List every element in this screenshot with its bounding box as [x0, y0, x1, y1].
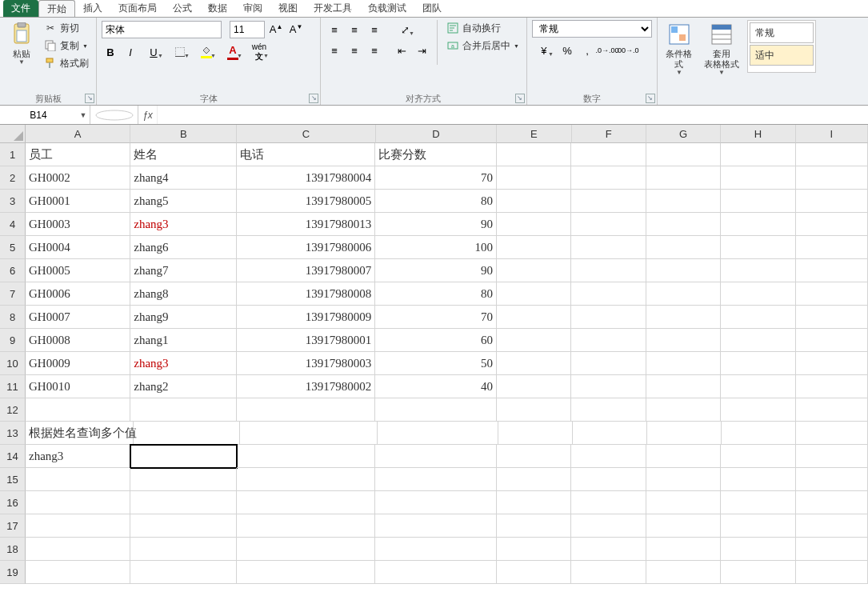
decrease-indent-button[interactable]: ⇤	[393, 42, 410, 59]
cell-H1[interactable]	[721, 143, 795, 166]
cell-D8[interactable]: 70	[375, 306, 497, 329]
italic-button[interactable]: I	[122, 43, 139, 61]
cell-B9[interactable]: zhang1	[130, 329, 237, 352]
cell-A7[interactable]: GH0006	[26, 282, 130, 306]
align-top-button[interactable]: ≡	[326, 21, 343, 38]
cell-D16[interactable]	[375, 491, 497, 514]
underline-button[interactable]: U▼	[142, 43, 166, 61]
tab-team[interactable]: 团队	[414, 0, 450, 17]
cell-D7[interactable]: 80	[375, 282, 497, 306]
cell-H16[interactable]	[721, 491, 795, 514]
align-center-button[interactable]: ≡	[346, 42, 363, 59]
cell-E16[interactable]	[497, 491, 571, 514]
cell-G11[interactable]	[646, 375, 721, 398]
cell-G6[interactable]	[646, 259, 721, 282]
cell-I9[interactable]	[796, 329, 868, 352]
cell-C17[interactable]	[237, 514, 375, 538]
cell-A19[interactable]	[26, 561, 130, 584]
cell-H19[interactable]	[721, 561, 795, 584]
dialog-launcher-clipboard[interactable]: ↘	[85, 94, 94, 103]
cell-D14[interactable]	[375, 445, 497, 468]
cell-D17[interactable]	[375, 514, 497, 538]
tab-view[interactable]: 视图	[270, 0, 306, 17]
cell-F3[interactable]	[571, 190, 646, 213]
cell-H10[interactable]	[721, 352, 795, 375]
cell-F8[interactable]	[571, 306, 646, 329]
cell-H17[interactable]	[721, 514, 795, 538]
cell-C14[interactable]	[237, 445, 375, 468]
cell-I6[interactable]	[796, 259, 868, 282]
cell-D15[interactable]	[375, 468, 497, 491]
row-header-12[interactable]: 12	[0, 398, 26, 422]
cell-C3[interactable]: 13917980005	[237, 190, 375, 213]
format-as-table-button[interactable]: 套用 表格格式 ▼	[699, 20, 744, 76]
cell-E14[interactable]	[497, 445, 571, 468]
cell-B16[interactable]	[130, 491, 237, 514]
cell-F2[interactable]	[571, 166, 646, 190]
cell-A5[interactable]: GH0004	[26, 236, 130, 259]
increase-decimal-button[interactable]: .0→.00	[598, 42, 616, 59]
cell-B17[interactable]	[130, 514, 237, 538]
cell-B5[interactable]: zhang6	[130, 236, 237, 259]
cell-I13[interactable]	[796, 422, 868, 445]
cell-G17[interactable]	[646, 514, 721, 538]
cell-E11[interactable]	[497, 375, 571, 398]
row-header-19[interactable]: 19	[0, 561, 26, 584]
cell-E10[interactable]	[497, 352, 571, 375]
cell-H18[interactable]	[721, 538, 795, 561]
cell-G18[interactable]	[646, 538, 721, 561]
cell-C8[interactable]: 13917980009	[237, 306, 375, 329]
bold-button[interactable]: B	[102, 43, 119, 61]
cell-F11[interactable]	[571, 375, 646, 398]
cell-G12[interactable]	[646, 398, 721, 422]
cell-H2[interactable]	[721, 166, 795, 190]
cell-F16[interactable]	[571, 491, 646, 514]
row-header-4[interactable]: 4	[0, 213, 26, 236]
cell-A10[interactable]: GH0009	[26, 352, 130, 375]
cell-G14[interactable]	[646, 445, 721, 468]
cell-I15[interactable]	[796, 468, 868, 491]
row-header-7[interactable]: 7	[0, 282, 26, 306]
cell-B6[interactable]: zhang7	[130, 259, 237, 282]
col-header-C[interactable]: C	[237, 125, 375, 143]
cell-C19[interactable]	[237, 561, 375, 584]
cell-I14[interactable]	[796, 445, 868, 468]
cell-G1[interactable]	[646, 143, 721, 166]
cell-A15[interactable]	[26, 468, 130, 491]
cell-B3[interactable]: zhang5	[130, 190, 237, 213]
comma-button[interactable]: ,	[578, 42, 596, 59]
cell-I10[interactable]	[796, 352, 868, 375]
cell-F13[interactable]	[573, 422, 647, 445]
cell-styles-gallery[interactable]: 常规 适中	[747, 20, 816, 73]
accounting-format-button[interactable]: ¥▼	[532, 42, 556, 59]
row-header-18[interactable]: 18	[0, 538, 26, 561]
cell-A12[interactable]	[26, 398, 130, 422]
cell-C7[interactable]: 13917980008	[237, 282, 375, 306]
cell-A17[interactable]	[26, 514, 130, 538]
cell-B11[interactable]: zhang2	[130, 375, 237, 398]
row-header-16[interactable]: 16	[0, 491, 26, 514]
cell-F19[interactable]	[571, 561, 646, 584]
cell-G15[interactable]	[646, 468, 721, 491]
col-header-E[interactable]: E	[497, 125, 571, 143]
borders-button[interactable]: ▼	[168, 43, 192, 61]
cell-B13[interactable]	[134, 422, 240, 445]
cell-D11[interactable]: 40	[375, 375, 497, 398]
cell-I19[interactable]	[796, 561, 868, 584]
wrap-text-button[interactable]: 自动换行	[444, 20, 522, 36]
row-header-9[interactable]: 9	[0, 329, 26, 352]
cell-A6[interactable]: GH0005	[26, 259, 130, 282]
cell-A3[interactable]: GH0001	[26, 190, 130, 213]
cell-B10[interactable]: zhang3	[130, 352, 237, 375]
row-header-17[interactable]: 17	[0, 514, 26, 538]
dialog-launcher-font[interactable]: ↘	[309, 94, 318, 103]
cell-H11[interactable]	[721, 375, 795, 398]
cell-E9[interactable]	[497, 329, 571, 352]
cell-C11[interactable]: 13917980002	[237, 375, 375, 398]
cell-E5[interactable]	[497, 236, 571, 259]
cell-F15[interactable]	[571, 468, 646, 491]
cell-I11[interactable]	[796, 375, 868, 398]
row-header-8[interactable]: 8	[0, 306, 26, 329]
row-header-15[interactable]: 15	[0, 468, 26, 491]
cell-D12[interactable]	[375, 398, 497, 422]
